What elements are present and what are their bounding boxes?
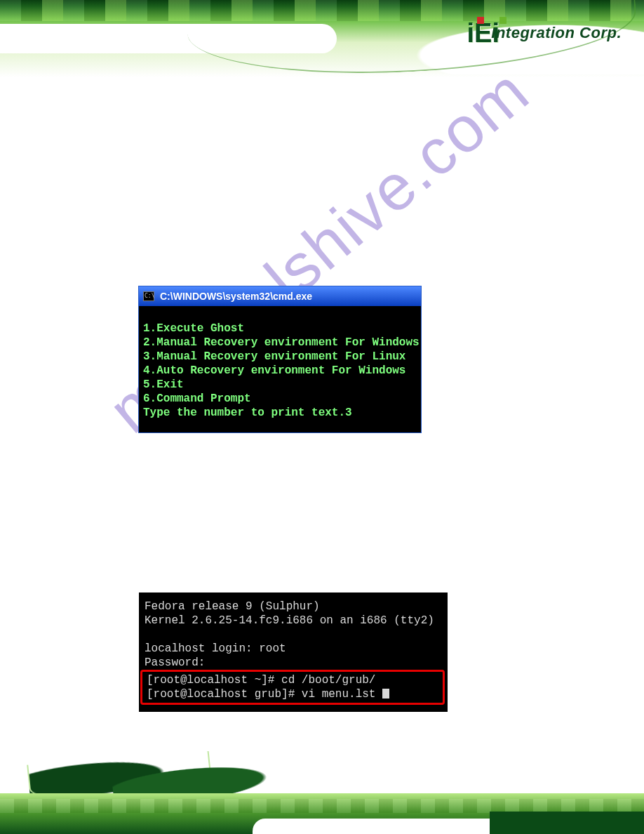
footer-corner bbox=[490, 812, 644, 834]
footer-banner bbox=[0, 751, 644, 834]
cmd-line: 3.Manual Recovery environment For Linux bbox=[143, 350, 417, 364]
logo-dot-green-icon bbox=[499, 17, 507, 24]
tty-cmd-vi-text: [root@localhost grub]# vi menu.lst bbox=[147, 688, 382, 701]
cmd-line: 1.Execute Ghost bbox=[143, 322, 417, 336]
cmd-screenshot: C:\WINDOWS\system32\cmd.exe 1.Execute Gh… bbox=[139, 286, 421, 432]
cmd-line: Type the number to print text.3 bbox=[143, 406, 417, 420]
tty-release: Fedora release 9 (Sulphur) bbox=[145, 600, 448, 614]
tty-login: localhost login: root bbox=[145, 642, 448, 656]
cmd-line: 5.Exit bbox=[143, 378, 417, 392]
cmd-title-text: C:\WINDOWS\system32\cmd.exe bbox=[160, 291, 312, 302]
tty-password: Password: bbox=[145, 656, 448, 670]
tty-kernel: Kernel 2.6.25-14.fc9.i686 on an i686 (tt… bbox=[145, 614, 448, 628]
cmd-icon bbox=[143, 291, 154, 301]
tty-cmd-vi: [root@localhost grub]# vi menu.lst bbox=[144, 687, 441, 701]
brand-tagline: Integration Corp. bbox=[491, 24, 622, 42]
cmd-body: 1.Execute Ghost 2.Manual Recovery enviro… bbox=[139, 306, 421, 432]
tty-cmd-cd: [root@localhost ~]# cd /boot/grub/ bbox=[144, 673, 441, 687]
cmd-line: 6.Command Prompt bbox=[143, 392, 417, 406]
tty-highlight-box: [root@localhost ~]# cd /boot/grub/ [root… bbox=[140, 670, 445, 705]
tty-screenshot: Fedora release 9 (Sulphur) Kernel 2.6.25… bbox=[139, 593, 448, 712]
cmd-line: 2.Manual Recovery environment For Window… bbox=[143, 336, 417, 350]
cmd-titlebar: C:\WINDOWS\system32\cmd.exe bbox=[139, 286, 421, 306]
tty-cursor-icon bbox=[382, 689, 389, 699]
cmd-line: 4.Auto Recovery environment For Windows bbox=[143, 364, 417, 378]
header-banner: iEi Integration Corp. bbox=[0, 0, 644, 77]
logo-dot-red-icon bbox=[477, 17, 484, 24]
